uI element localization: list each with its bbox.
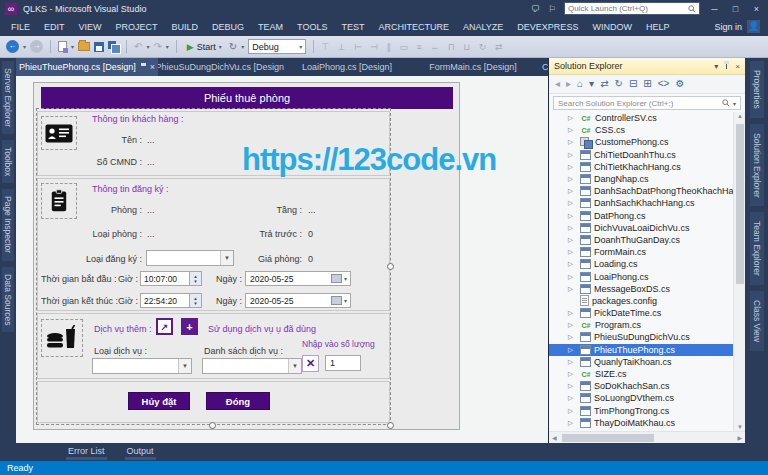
doc-tab-phieuthuephong-cs-design[interactable]: PhieuThuePhong.cs [Design]×	[16, 58, 158, 76]
feedback-icon[interactable]: 🗩	[531, 4, 540, 14]
spinner-icon[interactable]: ▲▼	[189, 272, 201, 285]
clear-quantity-button[interactable]: ✕	[302, 355, 319, 372]
scroll-left-icon[interactable]: ◀	[552, 434, 557, 441]
expander-icon[interactable]: ▷	[568, 407, 577, 415]
navigate-back-dropdown-icon[interactable]: ▾	[23, 43, 26, 50]
maximize-button[interactable]: □	[729, 4, 742, 14]
expander-icon[interactable]: ▷	[568, 285, 577, 293]
sync-with-active-document-icon[interactable]: ⇄	[600, 79, 608, 89]
forward-icon[interactable]: ▸	[566, 79, 571, 89]
file-row-danhsachdatphongtheokhachhang-cs[interactable]: ▷DanhSachDatPhongTheoKhachHang.cs	[549, 185, 733, 197]
expander-icon[interactable]: ▷	[568, 199, 577, 207]
add-service-button[interactable]: +	[181, 318, 198, 335]
doc-tab-c[interactable]: C	[536, 58, 548, 76]
save-all-icon[interactable]	[108, 41, 119, 52]
resize-handle-bottom[interactable]	[209, 422, 216, 429]
expander-icon[interactable]: ▷	[568, 224, 577, 232]
used-services-link[interactable]: Sử dụng dịch vụ ụ đã dùng	[208, 324, 316, 334]
restart-icon[interactable]: ↻	[229, 41, 237, 52]
user-avatar-icon[interactable]: 👤	[747, 20, 760, 33]
expander-icon[interactable]: ▷	[568, 175, 577, 183]
undo-dropdown-icon[interactable]: ▾	[146, 43, 149, 50]
scrollbar-thumb[interactable]	[736, 124, 744, 284]
undo-icon[interactable]: ↶	[134, 41, 142, 52]
file-row-loading-cs[interactable]: ▷Loading.cs	[549, 258, 733, 270]
file-row-customephong-cs[interactable]: ▷CustomePhong.cs	[549, 136, 733, 148]
reg-type-combobox[interactable]: ▼	[146, 250, 234, 266]
file-row-formmain-cs[interactable]: ▷FormMain.cs	[549, 246, 733, 258]
menu-analyze[interactable]: ANALYZE	[456, 22, 510, 32]
expander-icon[interactable]: ▷	[568, 248, 577, 256]
expander-icon[interactable]: ▷	[568, 309, 577, 317]
expander-icon[interactable]: ▷	[568, 333, 577, 341]
spinner-icon[interactable]: ▲▼	[189, 294, 201, 307]
panel-tab-class-view[interactable]: Class View	[750, 291, 764, 351]
file-row-quanlytaikhoan-cs[interactable]: ▷QuanlyTaiKhoan.cs	[549, 356, 733, 368]
expander-icon[interactable]: ▷	[568, 419, 577, 427]
file-row-soluongdvthem-cs[interactable]: ▷SoLuongDVthem.cs	[549, 392, 733, 404]
refresh-icon[interactable]: ↻	[615, 79, 623, 89]
service-type-combobox[interactable]: ▼	[92, 358, 192, 374]
panel-tab-page-inspector[interactable]: Page Inspector	[2, 189, 14, 260]
expander-icon[interactable]: ▷	[568, 260, 577, 268]
menu-build[interactable]: BUILD	[165, 22, 206, 32]
menu-window[interactable]: WINDOW	[585, 22, 639, 32]
start-debug-button[interactable]: ▶ Start ▾	[184, 42, 225, 52]
expander-icon[interactable]: ▷	[568, 126, 577, 134]
expander-icon[interactable]: ▷	[568, 187, 577, 195]
resize-handle-corner[interactable]	[387, 422, 394, 429]
doc-tab-phieusudungdichvu-cs-design[interactable]: PhieuSuDungDichVu.cs [Design]	[158, 58, 284, 76]
solution-explorer-header[interactable]: Solution Explorer ▾ ×	[549, 58, 745, 75]
save-icon[interactable]	[94, 42, 104, 52]
quantity-input[interactable]: 1	[325, 355, 361, 371]
end-time-picker[interactable]: 22:54:20 ▲▼	[140, 293, 202, 308]
open-file-icon[interactable]	[78, 42, 90, 51]
file-row-chitietdoanhthu-cs[interactable]: ▷ChiTietDoanhThu.cs	[549, 149, 733, 161]
menu-file[interactable]: FILE	[4, 22, 37, 32]
file-row-thaydoimatkhau-cs[interactable]: ▷ThayDoiMatKhau.cs	[549, 417, 733, 429]
file-row-packages-config[interactable]: packages.config	[549, 295, 733, 307]
panel-tab-team-explorer[interactable]: Team Explorer	[750, 212, 764, 285]
file-row-size-cs[interactable]: ▷C#SIZE.cs	[549, 368, 733, 380]
file-row-controllersv-cs[interactable]: ▷C#ControllerSV.cs	[549, 112, 733, 124]
menu-test[interactable]: TEST	[334, 22, 371, 32]
close-tab-icon[interactable]: ×	[150, 62, 155, 72]
doc-tab-formmain-cs-design[interactable]: FormMain.cs [Design]	[410, 58, 536, 76]
redo-icon[interactable]: ↷	[153, 41, 161, 52]
open-service-form-button[interactable]: ↗	[156, 318, 173, 335]
designed-form[interactable]: Phiếu thuê phòng Thông tin khách hàng : …	[33, 82, 460, 430]
file-row-phieuthuephong-cs[interactable]: ▷PhieuThuePhong.cs	[549, 344, 733, 356]
start-time-picker[interactable]: 10:07:00 ▲▼	[140, 271, 202, 286]
back-icon[interactable]: ◂	[555, 79, 560, 89]
expander-icon[interactable]: ▷	[568, 358, 577, 366]
panel-tab-toolbox[interactable]: Toolbox	[2, 140, 14, 183]
expander-icon[interactable]: ▷	[568, 236, 577, 244]
panel-tab-server-explorer[interactable]: Server Explorer	[2, 61, 14, 134]
scroll-up-icon[interactable]: ▲	[734, 113, 745, 119]
file-row-loaiphong-cs[interactable]: ▷LoaiPhong.cs	[549, 270, 733, 282]
menu-architecture[interactable]: ARCHITECTURE	[371, 22, 456, 32]
switch-views-icon[interactable]: ▾	[589, 79, 594, 89]
file-row-chitietkhachhang-cs[interactable]: ▷ChiTietKhachHang.cs	[549, 161, 733, 173]
collapse-all-icon[interactable]: ⊟	[629, 79, 637, 89]
expander-icon[interactable]: ▷	[568, 138, 577, 146]
menu-devexpress[interactable]: DEVEXPRESS	[510, 22, 585, 32]
search-input[interactable]: Search Solution Explorer (Ctrl+;) ▾	[553, 96, 741, 110]
show-all-files-icon[interactable]: ⊞	[643, 79, 651, 89]
close-panel-icon[interactable]: ×	[735, 62, 740, 71]
close-button[interactable]: ×	[750, 4, 763, 14]
home-icon[interactable]: ⌂	[577, 79, 583, 89]
file-row-program-cs[interactable]: ▷C#Program.cs	[549, 319, 733, 331]
start-date-picker[interactable]: 2020-05-25 ▾	[245, 271, 351, 286]
notifications-icon[interactable]: ⚐	[548, 4, 556, 14]
expander-icon[interactable]: ▷	[568, 163, 577, 171]
panel-tab-data-sources[interactable]: Data Sources	[2, 267, 14, 333]
scroll-right-icon[interactable]: ▶	[737, 434, 742, 441]
menu-view[interactable]: VIEW	[72, 22, 109, 32]
navigate-forward-icon[interactable]: →	[30, 40, 43, 53]
expander-icon[interactable]: ▷	[568, 273, 577, 281]
cancel-booking-button[interactable]: Hủy đặt	[128, 392, 190, 410]
quick-launch-input[interactable]: Quick Launch (Ctrl+Q)	[564, 2, 700, 15]
view-code-icon[interactable]: <>	[658, 79, 670, 89]
resize-handle-right[interactable]	[387, 263, 394, 270]
